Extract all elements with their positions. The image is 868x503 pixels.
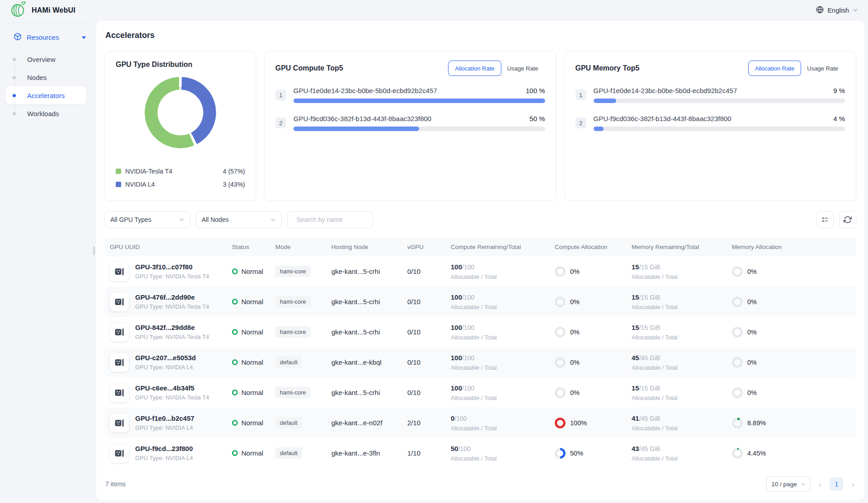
rate-value: 100 % [526, 87, 545, 94]
legend-label: NVIDIA-Tesla T4 [125, 168, 172, 175]
compute-allocation-ring [555, 387, 566, 398]
memory-remaining: 15 [632, 293, 639, 301]
sidebar-item-workloads[interactable]: Workloads [5, 104, 86, 122]
search-input[interactable] [297, 216, 378, 223]
refresh-icon [844, 216, 852, 224]
next-page-button[interactable]: › [850, 479, 855, 489]
gpu-uuid-link[interactable]: GPU-476f...2dd90e [135, 293, 209, 301]
top-header: HAMi WebUI English [0, 0, 868, 21]
memory-allocation-ring [732, 387, 743, 398]
compute-total: /100 [462, 324, 474, 331]
top5-list: 1 GPU-f1e0de14-23bc-b0be-5b0d-ecbd92b2c4… [275, 87, 545, 131]
chevron-down-icon [270, 217, 276, 222]
table-row[interactable]: GPU-c207...e5053d GPU Type: NVIDIA L4 No… [104, 347, 856, 377]
allocation-rate-tab[interactable]: Allocation Rate [448, 61, 501, 76]
gpu-uuid-link[interactable]: GPU-3f10...c07f80 [135, 263, 209, 271]
gpu-type-label: GPU Type: NVIDIA L4 [135, 364, 196, 371]
gpu-type-filter-select[interactable]: All GPU Types [104, 211, 190, 228]
compute-total: /100 [462, 354, 474, 362]
gpu-uuid-link[interactable]: GPU-c6ee...4b34f5 [135, 384, 209, 392]
gpu-type-distribution-card: GPU Type Distribution NVIDIA-Tesla T4 4 … [104, 51, 256, 201]
usage-rate-tab[interactable]: Usage Rate [500, 61, 545, 76]
top5-item: 1 GPU-f1e0de14-23bc-b0be-5b0d-ecbd92b2c4… [576, 87, 845, 103]
allocatable-total-label: Allocatable / Total [451, 334, 546, 341]
progress-bar [293, 127, 545, 131]
progress-bar-fill [293, 99, 545, 103]
gpu-uuid-link[interactable]: GPU-f9cd...23f800 [135, 445, 193, 452]
rate-value: 4 % [833, 115, 845, 122]
legend-swatch [116, 182, 121, 187]
vgpu-value: 0/10 [403, 298, 446, 306]
hosting-node: gke-kant...e-kbql [327, 358, 403, 366]
compute-remaining: 100 [451, 354, 462, 362]
allocatable-total-label: Allocatable / Total [451, 425, 546, 432]
compute-total: /100 [458, 445, 471, 452]
filter-bar: All GPU Types All Nodes [104, 211, 856, 228]
rank-badge: 2 [275, 118, 286, 128]
column-header: Memory Remaining/Total [627, 244, 727, 250]
table-row[interactable]: GPU-f1e0...b2c457 GPU Type: NVIDIA L4 No… [104, 408, 856, 438]
allocatable-total-label: Allocatable / Total [451, 395, 546, 401]
gpu-compute-top5-card: GPU Compute Top5 Allocation Rate Usage R… [264, 51, 557, 201]
memory-remaining: 41 [632, 414, 639, 422]
sidebar-item-accelerators[interactable]: Accelerators [5, 86, 86, 104]
nav-dot [13, 58, 16, 61]
top5-item: 1 GPU-f1e0de14-23bc-b0be-5b0d-ecbd92b2c4… [275, 87, 545, 103]
language-selector[interactable]: English [816, 6, 858, 15]
vgpu-value: 2/10 [403, 419, 446, 427]
items-count: 7 items [105, 480, 126, 488]
node-filter-select[interactable]: All Nodes [196, 211, 282, 228]
gpu-uuid-label: GPU-f1e0de14-23bc-b0be-5b0d-ecbd92b2c457 [594, 87, 737, 94]
table-row[interactable]: GPU-842f...29dd8e GPU Type: NVIDIA-Tesla… [104, 317, 856, 347]
page-number-button[interactable]: 1 [830, 477, 843, 491]
sidebar-item-label: Nodes [27, 74, 47, 81]
previous-page-button[interactable]: ‹ [818, 479, 823, 489]
column-header: Compute Allocation [550, 244, 627, 250]
memory-remaining: 15 [632, 263, 639, 271]
gpu-uuid-link[interactable]: GPU-c207...e5053d [135, 354, 196, 362]
chevron-down-icon [179, 217, 184, 222]
sidebar-resize-handle[interactable] [93, 246, 95, 255]
memory-allocation-ring [732, 448, 743, 459]
table-row[interactable]: GPU-c6ee...4b34f5 GPU Type: NVIDIA-Tesla… [104, 377, 856, 408]
refresh-button[interactable] [839, 211, 856, 228]
compute-remaining: 100 [451, 384, 462, 392]
gpu-type-filter-value: All GPU Types [110, 216, 151, 223]
table-row[interactable]: GPU-f9cd...23f800 GPU Type: NVIDIA L4 No… [104, 438, 856, 468]
allocation-rate-tab[interactable]: Allocation Rate [748, 61, 801, 76]
sidebar-item-nodes[interactable]: Nodes [5, 68, 86, 86]
card-title: GPU Compute Top5 [275, 64, 343, 72]
sidebar-section-resources[interactable]: Resources [14, 30, 86, 44]
column-header: GPU UUID [104, 244, 227, 250]
compute-remaining: 100 [451, 293, 462, 301]
usage-rate-tab[interactable]: Usage Rate [800, 61, 845, 76]
language-label: English [827, 7, 849, 14]
table-row[interactable]: GPU-476f...2dd90e GPU Type: NVIDIA-Tesla… [104, 287, 856, 317]
compute-allocation-value: 100% [570, 419, 587, 427]
memory-total: /15 GiB [639, 385, 660, 392]
rate-value: 9 % [833, 87, 845, 94]
allocatable-total-label: Allocatable / Total [451, 455, 546, 462]
memory-allocation-ring [732, 357, 743, 368]
mode-badge: hami-core [275, 266, 311, 277]
memory-remaining: 45 [632, 354, 639, 362]
compute-allocation-value: 50% [570, 450, 583, 457]
allocatable-total-label: Allocatable / Total [451, 364, 546, 371]
legend-item: NVIDIA L4 3 (43%) [116, 181, 245, 188]
gpu-icon [114, 418, 125, 428]
sidebar-item-label: Overview [27, 56, 56, 63]
sidebar-item-overview[interactable]: Overview [5, 50, 86, 68]
pagination: 10 / page ‹ 1 › [766, 476, 855, 492]
brand: HAMi WebUI [10, 1, 75, 20]
memory-allocation-value: 0% [747, 298, 757, 306]
column-header: vGPU [403, 244, 446, 250]
page-size-select[interactable]: 10 / page [766, 476, 810, 492]
gpu-uuid-link[interactable]: GPU-f1e0...b2c457 [135, 414, 194, 422]
table-row[interactable]: GPU-3f10...c07f80 GPU Type: NVIDIA-Tesla… [104, 256, 856, 287]
table-settings-button[interactable] [816, 211, 834, 228]
top5-item: 2 GPU-f9cd036c-382f-b13d-443f-8baac323f8… [275, 115, 545, 131]
gpu-uuid-link[interactable]: GPU-842f...29dd8e [135, 324, 209, 331]
vgpu-value: 1/10 [403, 449, 446, 457]
gpu-icon [114, 266, 125, 277]
node-filter-value: All Nodes [202, 216, 229, 223]
